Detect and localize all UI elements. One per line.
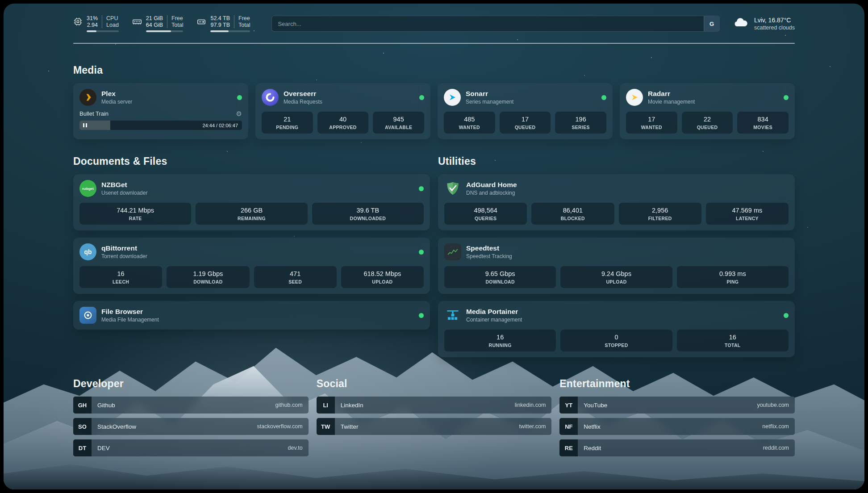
stat-label: QUEUED — [684, 125, 730, 130]
playback-progress-bar[interactable]: 24:44 / 02:06:47 — [79, 121, 242, 130]
sonarr-app-link[interactable]: Sonarr Series management — [444, 89, 606, 106]
stat-value: 744.21 Mbps — [82, 207, 188, 214]
radarr-stat-movies: 834 MOVIES — [737, 112, 789, 134]
bookmark-url: reddit.com — [763, 445, 789, 451]
bookmark-youtube[interactable]: YT YouTube youtube.com — [559, 397, 795, 414]
stat-value: 16 — [680, 334, 786, 341]
stat-value: 2,956 — [622, 207, 699, 214]
ram-total-label: Total — [171, 22, 183, 28]
ram-free-value: 21 GiB — [146, 15, 163, 21]
cpu-load-value: 2.94 — [87, 22, 98, 28]
stat-value: 1.19 Gbps — [169, 270, 246, 277]
stat-label: MOVIES — [740, 125, 786, 130]
app-name: Sonarr — [466, 90, 513, 98]
bookmark-name: Github — [97, 402, 115, 409]
stat-value: 945 — [376, 116, 421, 123]
ram-metric-body: 21 GiB 64 GiB Free Total — [146, 15, 184, 32]
stat-label: STOPPED — [563, 343, 669, 348]
section-developer: Developer GH Github github.com SO StackO… — [73, 378, 309, 461]
bookmark-twitter[interactable]: TW Twitter twitter.com — [317, 418, 552, 435]
speedtest-app-link[interactable]: Speedtest Speedtest Tracking — [444, 243, 789, 260]
search-engine-button[interactable]: G — [704, 16, 719, 31]
radarr-icon — [626, 89, 643, 106]
qbittorrent-stat-download: 1.19 Gbps DOWNLOAD — [167, 266, 249, 288]
overseerr-stat-approved: 40 APPROVED — [317, 112, 369, 134]
portainer-card: Media Portainer Container management 16 … — [438, 301, 795, 357]
bookmark-name: Reddit — [584, 445, 601, 451]
bookmark-abbr: LI — [317, 397, 335, 414]
portainer-app-link[interactable]: Media Portainer Container management — [444, 307, 789, 324]
cpu-icon — [73, 17, 83, 26]
filebrowser-status-dot — [419, 313, 424, 318]
bookmark-github[interactable]: GH Github github.com — [73, 397, 309, 414]
overseerr-stat-available: 945 AVAILABLE — [373, 112, 424, 134]
app-desc: Movie management — [648, 99, 695, 105]
bookmark-url: twitter.com — [519, 423, 546, 430]
app-name: Plex — [101, 90, 132, 98]
adguard-card: AdGuard Home DNS and adblocking 498,564 … — [438, 174, 795, 230]
disk-free-label: Free — [238, 15, 250, 21]
app-desc: Usenet downloader — [101, 190, 147, 196]
stars-decoration — [4, 4, 4, 4]
sonarr-status-dot — [601, 95, 606, 100]
radarr-app-link[interactable]: Radarr Movie management — [626, 89, 789, 106]
section-media: Media Plex Media server — [73, 64, 795, 139]
nzbget-app-link[interactable]: nzbget NZBGet Usenet downloader — [79, 180, 424, 197]
stat-value: 21 — [264, 116, 310, 123]
nzbget-card: nzbget NZBGet Usenet downloader 744.21 M… — [73, 174, 430, 230]
bookmark-abbr: YT — [559, 397, 578, 414]
overseerr-status-dot — [419, 95, 424, 100]
qbittorrent-app-link[interactable]: qb qBittorrent Torrent downloader — [79, 243, 424, 260]
nzbget-status-dot — [419, 186, 424, 191]
radarr-status-dot — [784, 95, 789, 100]
bookmark-linkedin[interactable]: LI LinkedIn linkedin.com — [317, 397, 552, 414]
bookmark-stackoverflow[interactable]: SO StackOverflow stackoverflow.com — [73, 418, 309, 435]
playback-time: 24:44 / 02:06:47 — [202, 123, 238, 128]
stat-label: WANTED — [629, 125, 675, 130]
adguard-app-link[interactable]: AdGuard Home DNS and adblocking — [444, 180, 789, 197]
filebrowser-app-link[interactable]: File Browser Media File Management — [79, 307, 424, 324]
qbittorrent-stat-upload: 618.52 Mbps UPLOAD — [341, 266, 424, 288]
weather-location: Lviv, 16.87°C — [754, 17, 795, 24]
bookmark-name: LinkedIn — [341, 402, 363, 409]
media-section-title: Media — [73, 64, 795, 76]
disk-total-value: 97.9 TB — [210, 22, 230, 28]
bookmark-url: stackoverflow.com — [257, 423, 303, 430]
bookmark-reddit[interactable]: RE Reddit reddit.com — [559, 439, 795, 456]
utilities-section-title: Utilities — [438, 155, 795, 167]
ram-usage-fill — [146, 30, 171, 32]
stat-label: PING — [680, 279, 786, 284]
ram-metric: 21 GiB 64 GiB Free Total — [132, 15, 184, 32]
plex-app-link[interactable]: Plex Media server — [79, 89, 242, 106]
app-desc: Series management — [466, 99, 513, 105]
bookmark-netflix[interactable]: NF Netflix netflix.com — [559, 418, 795, 435]
sonarr-icon — [444, 89, 461, 106]
stat-label: DOWNLOAD — [169, 279, 246, 284]
stat-value: 471 — [257, 270, 334, 277]
bookmark-dev[interactable]: DT DEV dev.to — [73, 439, 309, 456]
developer-section-title: Developer — [73, 378, 309, 390]
stat-label: BLOCKED — [534, 216, 611, 221]
app-name: qBittorrent — [101, 244, 147, 252]
bookmark-name: Twitter — [341, 423, 359, 430]
pause-icon[interactable] — [83, 123, 87, 127]
plex-status-dot — [237, 95, 242, 100]
dashboard: 31% 2.94 CPU Load — [4, 4, 864, 489]
bookmark-abbr: DT — [73, 439, 92, 456]
section-social: Social LI LinkedIn linkedin.com TW Twitt… — [317, 378, 552, 461]
app-desc: Container management — [466, 317, 522, 323]
stat-label: SERIES — [558, 125, 604, 130]
search-input[interactable] — [272, 21, 704, 27]
overseerr-stat-pending: 21 PENDING — [262, 112, 313, 134]
gear-icon[interactable]: ⚙ — [236, 110, 242, 117]
sonarr-stat-series: 196 SERIES — [555, 112, 606, 134]
filebrowser-icon — [79, 307, 96, 324]
disk-metric: 52.4 TB 97.9 TB Free Total — [196, 15, 250, 32]
stat-label: SEED — [257, 279, 334, 284]
overseerr-app-link[interactable]: Overseerr Media Requests — [262, 89, 424, 106]
stat-value: 9.65 Gbps — [447, 270, 553, 277]
nzbget-icon: nzbget — [79, 180, 96, 197]
app-name: Speedtest — [466, 244, 512, 252]
app-desc: Media File Management — [101, 317, 159, 323]
app-name: AdGuard Home — [466, 181, 517, 189]
